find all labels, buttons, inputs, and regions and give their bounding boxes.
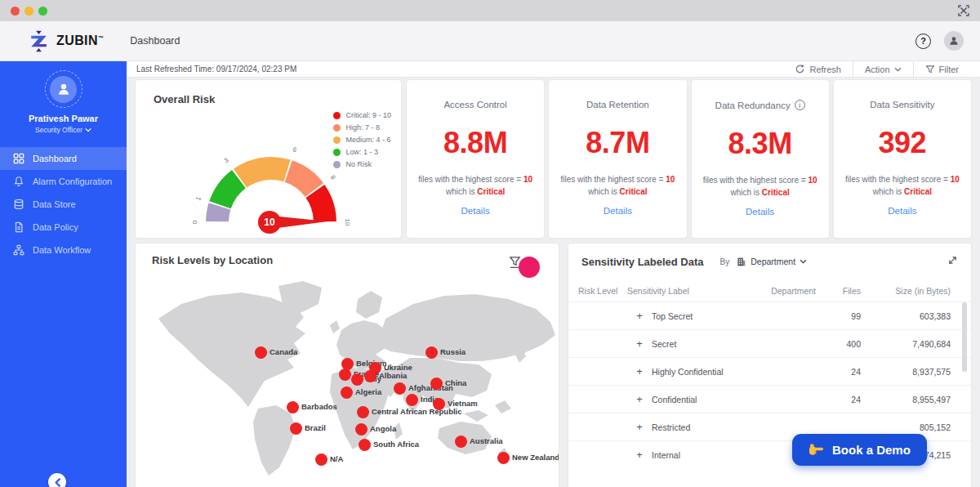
filter-button[interactable]: Filter: [914, 65, 970, 74]
legend-dot: [333, 136, 341, 144]
pink-fab-button[interactable]: [519, 257, 540, 278]
map-marker-italy[interactable]: [351, 373, 363, 386]
legend-dot: [333, 112, 341, 119]
map-marker-albania[interactable]: [364, 370, 376, 382]
fullscreen-icon[interactable]: [957, 4, 970, 17]
legend-label: High: 7 - 8: [345, 123, 380, 132]
gauge-segment: [234, 157, 291, 188]
sidebar-item-alarm-configuration[interactable]: Alarm Configuration: [0, 170, 127, 193]
legend-item: High: 7 - 8: [333, 123, 391, 132]
user-role-label: Security Officer: [35, 126, 82, 134]
map-marker-south-africa[interactable]: [359, 439, 371, 451]
by-label: By: [720, 257, 730, 266]
size-cell: 805,152: [861, 422, 951, 432]
expand-row-button[interactable]: +: [627, 365, 652, 378]
book-a-demo-button[interactable]: Book a Demo: [792, 434, 927, 466]
gauge-tick-label: 3: [223, 156, 230, 164]
sidebar-item-data-policy[interactable]: Data Policy: [0, 216, 127, 239]
top-navbar: ZUBIN™ Dashboard ?: [0, 21, 980, 61]
group-by-value: Department: [751, 257, 795, 266]
kpi-value: 8.7M: [586, 126, 649, 160]
kpi-title-text: Data Redundancy: [715, 101, 791, 110]
map-marker-brazil[interactable]: [290, 422, 302, 435]
expand-row-button[interactable]: +: [627, 393, 652, 405]
size-cell: 8,955,497: [861, 395, 951, 404]
expand-row-button[interactable]: +: [627, 449, 652, 461]
expand-row-button[interactable]: +: [627, 337, 652, 350]
sidebar-collapse-button[interactable]: [48, 473, 66, 487]
map-marker-label: Barbados: [301, 402, 337, 411]
map-marker-australia[interactable]: [455, 436, 467, 448]
gauge-tick-label: 6: [292, 147, 298, 154]
sensitivity-label-cell: Internal: [652, 450, 751, 460]
kpi-title: Access Control: [443, 100, 506, 109]
map-marker-new-zealand[interactable]: [497, 452, 510, 464]
map-marker-france[interactable]: [339, 369, 351, 381]
help-icon[interactable]: ?: [915, 34, 931, 49]
maximize-window-button[interactable]: [38, 7, 47, 16]
refresh-button[interactable]: Refresh: [783, 64, 853, 74]
alarm-icon: [13, 176, 24, 187]
map-marker-central-african-republic[interactable]: [357, 406, 369, 418]
sidebar-item-dashboard[interactable]: Dashboard: [0, 147, 127, 170]
sensitivity-table-title: Sensitivity Labeled Data: [581, 256, 704, 268]
table-row-secret: +Secret4007,490,684: [568, 329, 971, 357]
department-icon: [736, 257, 746, 267]
kpi-title-text: Data Sensitivity: [870, 100, 934, 109]
group-by-dropdown[interactable]: Department: [736, 257, 807, 267]
action-dropdown-button[interactable]: Action: [853, 65, 913, 74]
details-link[interactable]: Details: [888, 206, 916, 216]
table-scrollbar[interactable]: [962, 302, 967, 372]
app-window: ZUBIN™ Dashboard ?: [0, 0, 980, 487]
user-role-dropdown[interactable]: Security Officer: [0, 126, 127, 134]
zubin-logo-icon: [28, 30, 50, 52]
details-link[interactable]: Details: [604, 206, 632, 216]
kpi-card-row: Access Control8.8Mfiles with the highest…: [406, 79, 972, 239]
kpi-card-access-control: Access Control8.8Mfiles with the highest…: [406, 79, 545, 239]
sidebar-item-data-workflow[interactable]: Data Workflow: [0, 239, 127, 261]
details-link[interactable]: Details: [461, 206, 490, 216]
map-marker-russia[interactable]: [425, 346, 438, 359]
map-marker-angola[interactable]: [355, 423, 368, 436]
map-marker-label: Australia: [470, 436, 503, 445]
kpi-subtext: files with the highest score = 10which i…: [845, 173, 960, 198]
sidebar-item-data-store[interactable]: Data Store: [0, 193, 127, 216]
gauge-tick-label: 8: [329, 174, 337, 181]
map-marker-barbados[interactable]: [287, 401, 299, 413]
map-marker-afghanistan[interactable]: [394, 382, 406, 395]
chevron-left-icon: [54, 478, 61, 487]
column-header-sensitivity-label: Sensitivity Label: [627, 286, 751, 296]
expand-row-button[interactable]: +: [627, 421, 652, 433]
expand-row-button[interactable]: +: [627, 310, 652, 322]
kpi-value: 392: [879, 126, 927, 160]
table-row-confidential: +Confidential248,955,497: [568, 385, 971, 413]
map-marker-india[interactable]: [406, 394, 418, 406]
refresh-icon: [795, 64, 805, 74]
files-cell: 400: [816, 339, 861, 349]
map-marker-algeria[interactable]: [341, 386, 353, 399]
kpi-subtext: files with the highest score = 10which i…: [560, 173, 675, 198]
info-icon[interactable]: i: [795, 100, 805, 110]
map-marker-canada[interactable]: [255, 346, 267, 359]
chevron-down-icon: [800, 259, 807, 264]
map-landmass: [495, 400, 511, 413]
expand-panel-icon[interactable]: [947, 254, 958, 269]
kpi-title: Data Retention: [586, 100, 649, 109]
details-link[interactable]: Details: [746, 207, 774, 217]
profile-icon[interactable]: [944, 31, 964, 51]
map-marker-label: Angola: [370, 424, 396, 433]
sidebar-item-label: Data Policy: [33, 222, 78, 232]
sidebar-item-label: Alarm Configuration: [33, 176, 112, 186]
map-marker-label: Central African Republic: [372, 407, 462, 416]
kpi-card-data-redundancy: Data Redundancyi8.3Mfiles with the highe…: [691, 79, 830, 239]
pointing-hand-icon: [808, 442, 824, 458]
close-window-button[interactable]: [11, 7, 20, 16]
store-icon: [13, 199, 24, 210]
gauge-needle-value: 10: [264, 217, 275, 228]
map-marker-n-a[interactable]: [315, 453, 327, 466]
map-landmass: [253, 405, 296, 476]
brand-name: ZUBIN™: [56, 34, 104, 48]
policy-icon: [13, 221, 24, 233]
minimize-window-button[interactable]: [24, 7, 33, 16]
map-marker-china[interactable]: [430, 378, 443, 390]
